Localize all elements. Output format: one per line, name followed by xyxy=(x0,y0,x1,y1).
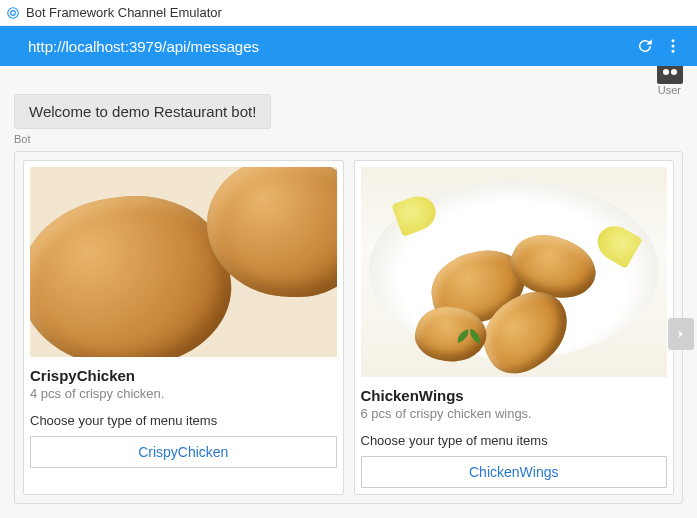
card-carousel: CrispyChicken 4 pcs of crispy chicken. C… xyxy=(14,151,683,504)
menu-card: CrispyChicken 4 pcs of crispy chicken. C… xyxy=(23,160,344,495)
card-title: CrispyChicken xyxy=(30,367,337,384)
card-action-button[interactable]: CrispyChicken xyxy=(30,436,337,468)
card-subtitle: 4 pcs of crispy chicken. xyxy=(30,386,337,401)
card-image-content xyxy=(361,167,668,377)
card-image xyxy=(30,167,337,357)
bot-label: Bot xyxy=(14,133,683,145)
more-vertical-icon xyxy=(664,37,682,55)
refresh-button[interactable] xyxy=(631,32,659,60)
svg-point-3 xyxy=(672,45,675,48)
user-avatar-icon xyxy=(657,66,683,84)
card-title: ChickenWings xyxy=(361,387,668,404)
card-image xyxy=(361,167,668,377)
window-title: Bot Framework Channel Emulator xyxy=(26,5,222,20)
toolbar: http://localhost:3979/api/messages xyxy=(0,26,697,66)
card-subtitle: 6 pcs of crispy chicken wings. xyxy=(361,406,668,421)
svg-point-1 xyxy=(11,10,16,15)
card-action-button[interactable]: ChickenWings xyxy=(361,456,668,488)
app-logo-icon xyxy=(6,6,20,20)
bot-message-bubble: Welcome to demo Restaurant bot! xyxy=(14,94,271,129)
user-label: User xyxy=(657,84,683,96)
title-bar: Bot Framework Channel Emulator xyxy=(0,0,697,26)
svg-point-2 xyxy=(672,39,675,42)
menu-button[interactable] xyxy=(659,32,687,60)
svg-point-4 xyxy=(672,50,675,53)
refresh-icon xyxy=(636,37,654,55)
card-prompt: Choose your type of menu items xyxy=(30,413,337,428)
chat-area: User Welcome to demo Restaurant bot! Bot… xyxy=(0,66,697,518)
menu-card: ChickenWings 6 pcs of crispy chicken win… xyxy=(354,160,675,495)
chevron-right-icon xyxy=(674,327,688,341)
endpoint-url[interactable]: http://localhost:3979/api/messages xyxy=(28,38,631,55)
user-message-block: User xyxy=(657,66,683,96)
carousel-next-button[interactable] xyxy=(668,318,694,350)
svg-point-0 xyxy=(8,7,19,18)
card-prompt: Choose your type of menu items xyxy=(361,433,668,448)
